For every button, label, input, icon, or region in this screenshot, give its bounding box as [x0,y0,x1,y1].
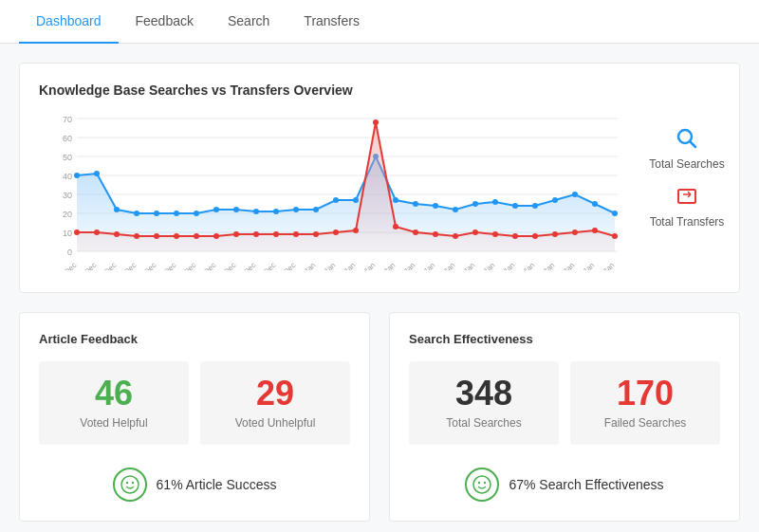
svg-point-31 [353,197,359,203]
svg-point-51 [174,233,179,239]
svg-text:26 Dec: 26 Dec [175,261,197,270]
chart-card: Knowledge Base Searches vs Transfers Ove… [19,63,740,293]
svg-point-73 [612,233,618,239]
svg-text:28 Dec: 28 Dec [214,261,237,270]
svg-text:18 Jan: 18 Jan [574,261,596,270]
svg-point-44 [612,211,618,216]
svg-point-22 [174,211,179,216]
chart-area: 70 60 50 40 30 20 10 0 [39,109,720,273]
voted-helpful-label: Voted Helpful [48,416,179,430]
cards-row: Article Feedback 46 Voted Helpful 29 Vot… [19,312,740,522]
svg-point-30 [333,197,339,203]
chart-svg: 70 60 50 40 30 20 10 0 [39,109,627,273]
svg-point-71 [572,229,578,235]
svg-text:10: 10 [63,229,72,238]
failed-searches-label: Failed Searches [580,416,711,430]
svg-point-40 [532,203,538,209]
failed-searches-value: 170 [580,376,711,411]
svg-point-64 [433,231,438,237]
svg-text:24 Dec: 24 Dec [135,261,157,270]
svg-point-33 [393,197,398,203]
search-effectiveness-title: Search Effectiveness [409,332,720,346]
tab-feedback[interactable]: Feedback [119,0,211,44]
svg-point-25 [233,207,239,212]
svg-point-54 [233,231,239,237]
svg-point-34 [413,201,418,207]
svg-point-29 [313,207,319,212]
search-icon [676,128,697,154]
svg-text:08 Jan: 08 Jan [375,261,397,270]
svg-text:14 Jan: 14 Jan [494,261,516,270]
svg-point-19 [114,207,120,212]
voted-unhelpful-value: 29 [210,376,341,411]
svg-point-112 [478,482,480,484]
svg-text:22 Dec: 22 Dec [95,261,118,270]
svg-point-58 [313,231,319,237]
svg-text:17 Jan: 17 Jan [554,261,576,270]
svg-point-17 [74,173,80,178]
svg-point-55 [253,231,259,237]
svg-point-47 [94,229,100,235]
search-effectiveness-card: Search Effectiveness 348 Total Searches … [389,312,740,522]
legend-total-searches: Total Searches [642,128,731,171]
svg-point-70 [552,231,558,237]
tab-transfers[interactable]: Transfers [287,0,377,44]
svg-text:04 Jan: 04 Jan [315,261,337,270]
tab-search[interactable]: Search [211,0,287,44]
svg-point-69 [532,233,538,239]
svg-point-48 [114,231,120,237]
svg-point-38 [492,199,498,205]
svg-point-27 [273,209,279,214]
svg-line-103 [690,141,695,147]
svg-point-35 [433,203,438,209]
article-success-smiley [113,468,147,502]
svg-point-18 [94,171,100,176]
voted-unhelpful-box: 29 Voted Unhelpful [200,361,350,445]
voted-unhelpful-label: Voted Unhelpful [210,416,341,430]
svg-text:30: 30 [63,191,72,200]
svg-point-109 [125,482,127,484]
svg-text:31 Dec: 31 Dec [274,261,297,270]
svg-point-62 [393,224,398,229]
svg-text:1 Jan: 1 Jan [298,261,317,270]
svg-point-20 [134,211,139,216]
svg-point-110 [131,482,133,484]
main-content: Knowledge Base Searches vs Transfers Ove… [0,44,759,532]
article-success-text: 61% Article Success [157,477,277,492]
svg-point-21 [154,211,159,216]
search-effectiveness-text: 67% Search Effectiveness [509,477,663,492]
svg-point-42 [572,192,578,197]
svg-text:60: 60 [63,134,72,143]
transfer-icon [676,186,697,211]
app-container: Dashboard Feedback Search Transfers Know… [0,0,759,532]
svg-point-111 [473,476,491,493]
svg-text:16 Jan: 16 Jan [534,261,556,270]
svg-point-63 [413,229,418,235]
svg-text:20: 20 [63,210,72,219]
svg-text:09 Jan: 09 Jan [395,261,417,270]
svg-point-113 [484,482,486,484]
article-success-footer: 61% Article Success [39,460,350,502]
svg-text:0: 0 [67,248,72,257]
svg-point-72 [592,228,598,233]
svg-text:23 Dec: 23 Dec [115,261,138,270]
svg-point-28 [293,207,299,212]
svg-text:21 Dec: 21 Dec [75,261,98,270]
svg-text:29 Dec: 29 Dec [234,261,257,270]
article-feedback-boxes: 46 Voted Helpful 29 Voted Unhelpful [39,361,350,445]
article-feedback-title: Article Feedback [39,332,350,346]
tab-dashboard[interactable]: Dashboard [19,0,119,44]
svg-point-67 [492,231,498,237]
search-effectiveness-smiley [465,468,499,502]
svg-point-65 [453,233,458,239]
chart-legend: Total Searches Total Transfers [627,109,731,229]
search-effectiveness-footer: 67% Search Effectiveness [409,460,720,502]
svg-point-46 [74,229,80,235]
total-searches-box: 348 Total Searches [409,361,559,445]
svg-text:07 Jan: 07 Jan [355,261,377,270]
svg-rect-104 [678,190,695,203]
svg-point-41 [552,197,558,203]
svg-point-68 [512,233,518,239]
svg-text:70: 70 [63,115,72,124]
svg-text:25 Dec: 25 Dec [155,261,177,270]
